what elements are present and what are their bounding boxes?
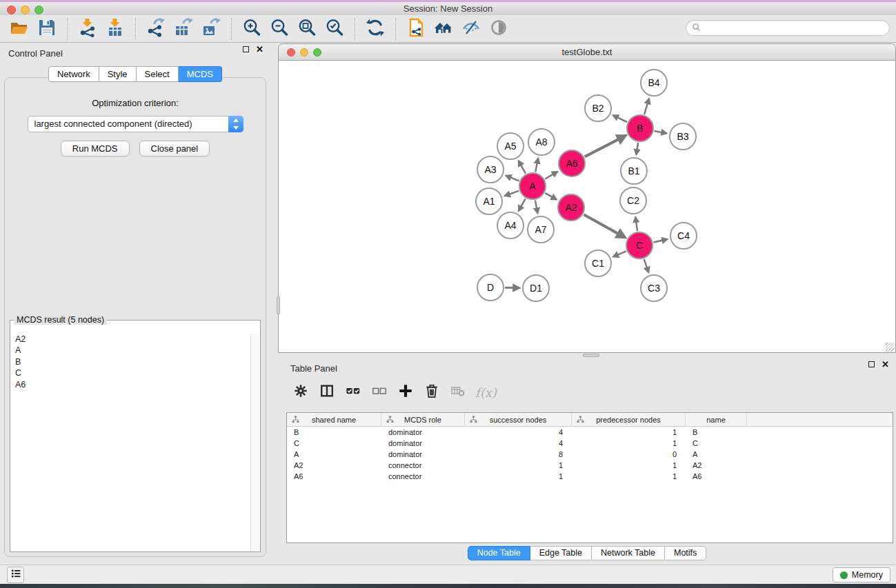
import-network-button[interactable] — [74, 17, 101, 41]
import-table-button[interactable] — [101, 17, 129, 41]
tab-mcds[interactable]: MCDS — [179, 66, 222, 82]
graph-edge-B-B3[interactable] — [655, 131, 666, 133]
tab-network[interactable]: Network — [48, 66, 99, 82]
network-close-button[interactable] — [287, 48, 295, 57]
graph-edge-C-C2[interactable] — [635, 218, 637, 231]
graph-node-C1[interactable]: C1 — [584, 250, 612, 277]
close-panel-button[interactable]: Close panel — [139, 141, 210, 156]
search-field[interactable] — [686, 20, 890, 36]
vertical-splitter-handle[interactable] — [277, 296, 280, 314]
graph-edge-A-A3[interactable] — [506, 176, 519, 181]
result-item[interactable]: A2 — [11, 334, 250, 345]
graph-edge-B-B4[interactable] — [644, 99, 649, 114]
zoom-fit-button[interactable] — [293, 17, 321, 41]
graph-edge-A-A8[interactable] — [535, 159, 538, 172]
open-file-button[interactable] — [6, 17, 33, 41]
graph-edge-A-A7[interactable] — [535, 201, 537, 213]
delete-column-button[interactable] — [420, 381, 444, 404]
table-row-B[interactable]: Bdominator41B — [287, 427, 893, 438]
float-table-panel-icon[interactable] — [868, 361, 875, 367]
close-table-panel-icon[interactable]: ✕ — [882, 361, 889, 367]
export-image-button[interactable] — [197, 17, 225, 41]
graph-edge-A-A2[interactable] — [545, 193, 556, 199]
column-header-successor-nodes[interactable]: successor nodes — [465, 413, 572, 426]
graph-node-B2[interactable]: B2 — [584, 94, 612, 122]
tab-edge-table[interactable]: Edge Table — [530, 546, 592, 560]
graph-node-A7[interactable]: A7 — [527, 216, 555, 243]
table-row-A2[interactable]: A2connector11A2 — [287, 460, 893, 471]
graph-edge-B-B2[interactable] — [614, 116, 627, 122]
table-row-C[interactable]: Cdominator41C — [287, 438, 893, 449]
select-all-checks-button[interactable] — [341, 381, 365, 404]
graph-node-A3[interactable]: A3 — [477, 156, 504, 183]
result-item[interactable]: C — [11, 367, 250, 378]
graph-node-A8[interactable]: A8 — [528, 128, 555, 156]
graph-node-C3[interactable]: C3 — [640, 274, 668, 302]
add-column-button[interactable] — [394, 381, 417, 404]
result-item[interactable]: A — [11, 345, 250, 356]
close-window-button[interactable] — [7, 6, 16, 14]
network-document-button[interactable] — [402, 17, 430, 41]
refresh-button[interactable] — [361, 17, 389, 41]
result-item[interactable]: A6 — [11, 379, 250, 390]
graph-node-B1[interactable]: B1 — [620, 157, 648, 185]
close-panel-icon[interactable]: ✕ — [256, 46, 263, 52]
graph-edge-C-C1[interactable] — [614, 251, 626, 256]
graph-node-C[interactable]: C — [626, 232, 653, 259]
graph-node-A5[interactable]: A5 — [497, 132, 524, 160]
clear-all-checks-button[interactable] — [368, 381, 391, 404]
result-item[interactable]: B — [11, 356, 250, 367]
graph-node-A2[interactable]: A2 — [557, 194, 585, 221]
zoom-window-button[interactable] — [34, 6, 43, 14]
graph-edge-A6-B[interactable] — [585, 136, 625, 156]
tab-select[interactable]: Select — [137, 66, 179, 82]
graph-edge-A-A4[interactable] — [519, 199, 526, 210]
graph-node-B3[interactable]: B3 — [669, 123, 697, 150]
zoom-in-button[interactable] — [238, 17, 266, 41]
graph-node-D1[interactable]: D1 — [522, 274, 550, 302]
criterion-dropdown[interactable]: largest connected component (directed) — [28, 116, 243, 132]
graph-node-C2[interactable]: C2 — [619, 187, 647, 214]
network-canvas[interactable]: B4B2BB3A8A5A6A3B1AA1C2A2A4A7C4CC1C3DD1 — [278, 61, 896, 353]
zoom-out-button[interactable] — [266, 17, 293, 41]
tab-node-table[interactable]: Node Table — [468, 546, 530, 560]
table-row-A[interactable]: Adominator80A — [287, 449, 893, 460]
network-zoom-button[interactable] — [313, 48, 321, 57]
graph-edge-A2-C[interactable] — [584, 214, 624, 237]
network-window-titlebar[interactable]: testGlobe.txt — [278, 43, 896, 61]
graph-node-B4[interactable]: B4 — [640, 69, 668, 97]
graph-edge-A-A5[interactable] — [519, 161, 526, 174]
run-mcds-button[interactable]: Run MCDS — [61, 141, 130, 156]
column-header-name[interactable]: name — [686, 413, 747, 426]
graph-node-A[interactable]: A — [519, 172, 546, 200]
graph-node-C4[interactable]: C4 — [670, 222, 697, 250]
memory-button[interactable]: Memory — [833, 567, 890, 582]
column-header-predecessor-nodes[interactable]: predecessor nodes — [572, 413, 686, 426]
horizontal-splitter-handle[interactable] — [583, 354, 599, 357]
search-input[interactable] — [704, 23, 884, 33]
float-panel-icon[interactable] — [243, 46, 249, 52]
graph-node-B[interactable]: B — [626, 114, 654, 142]
hide-graphics-button[interactable] — [457, 17, 485, 41]
column-header-shared-name[interactable]: shared name — [287, 413, 381, 426]
tab-motifs[interactable]: Motifs — [665, 546, 706, 560]
export-table-button[interactable] — [170, 17, 197, 41]
minimize-window-button[interactable] — [21, 6, 30, 14]
graph-edge-C-C4[interactable] — [654, 239, 667, 242]
graph-node-A6[interactable]: A6 — [558, 150, 586, 177]
graph-node-A1[interactable]: A1 — [475, 187, 503, 215]
column-header-MCDS-role[interactable]: MCDS role — [381, 413, 465, 426]
tab-network-table[interactable]: Network Table — [592, 546, 665, 560]
export-network-button[interactable] — [142, 17, 170, 41]
graph-edge-C-C3[interactable] — [644, 259, 648, 272]
graph-node-D[interactable]: D — [477, 274, 504, 301]
home-button[interactable] — [430, 17, 457, 41]
save-session-button[interactable] — [33, 17, 61, 41]
show-graphics-button[interactable] — [485, 17, 512, 41]
table-row-A6[interactable]: A6connector11A6 — [287, 471, 893, 482]
task-history-button[interactable] — [7, 567, 24, 583]
graph-node-A4[interactable]: A4 — [497, 212, 524, 239]
toggle-panel-layout-button[interactable] — [315, 381, 339, 404]
graph-edge-B-B1[interactable] — [637, 143, 638, 154]
graph-edge-A-A1[interactable] — [506, 191, 519, 196]
